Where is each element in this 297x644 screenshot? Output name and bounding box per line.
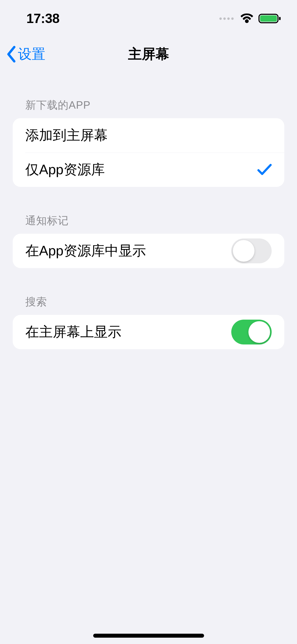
group-search: 在主屏幕上显示: [13, 315, 284, 349]
cellular-dots-icon: [219, 17, 234, 20]
option-label: 仅App资源库: [25, 160, 105, 179]
option-app-library-only[interactable]: 仅App资源库: [13, 153, 284, 187]
toggle-knob: [248, 321, 270, 343]
section-header-badges: 通知标记: [0, 213, 297, 228]
wifi-icon: [240, 13, 254, 24]
row-show-in-library: 在App资源库中显示: [13, 234, 284, 268]
toggle-knob: [233, 240, 254, 262]
chevron-left-icon: [6, 45, 16, 63]
nav-header: 设置 主屏幕: [0, 37, 297, 71]
option-add-to-home[interactable]: 添加到主屏幕: [13, 118, 284, 153]
section-header-search: 搜索: [0, 295, 297, 309]
group-badges: 在App资源库中显示: [13, 234, 284, 268]
option-label: 添加到主屏幕: [25, 126, 108, 145]
toggle-show-in-library[interactable]: [231, 238, 272, 263]
battery-icon: [258, 13, 281, 24]
section-header-new-downloads: 新下载的APP: [0, 98, 297, 112]
home-indicator: [93, 634, 204, 638]
row-label: 在App资源库中显示: [25, 242, 146, 260]
status-time: 17:38: [26, 11, 59, 26]
row-show-on-home: 在主屏幕上显示: [13, 315, 284, 349]
toggle-show-on-home[interactable]: [231, 320, 272, 344]
page-title: 主屏幕: [128, 45, 169, 63]
back-label: 设置: [18, 45, 45, 63]
status-bar: 17:38: [0, 0, 297, 37]
back-button[interactable]: 设置: [6, 45, 45, 63]
section-search: 搜索 在主屏幕上显示: [0, 295, 297, 349]
svg-rect-2: [279, 17, 281, 20]
status-right: [219, 13, 281, 24]
section-new-downloads: 新下载的APP 添加到主屏幕 仅App资源库: [0, 98, 297, 187]
svg-rect-1: [260, 15, 277, 22]
row-label: 在主屏幕上显示: [25, 323, 121, 341]
checkmark-icon: [257, 163, 272, 176]
group-new-downloads: 添加到主屏幕 仅App资源库: [13, 118, 284, 187]
section-badges: 通知标记 在App资源库中显示: [0, 213, 297, 268]
